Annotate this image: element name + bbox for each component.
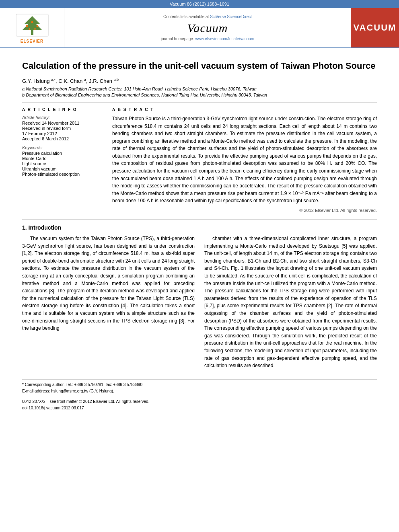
- journal-badge: VACUUM: [351, 8, 399, 47]
- sciverse-link[interactable]: SciVerse ScienceDirect: [210, 14, 252, 19]
- keywords-label: Keywords:: [22, 145, 103, 150]
- footer-bottom: 0042-207X/$ – see front matter © 2012 El…: [22, 399, 377, 412]
- received-revised-label: Received in revised form: [22, 126, 103, 131]
- abstract-col: A B S T R A C T Taiwan Photon Source is …: [112, 107, 377, 213]
- authors-line: G.Y. Hsiung a,*, C.K. Chan a, J.R. Chen …: [22, 78, 377, 84]
- elsevier-tree-icon: [14, 12, 50, 38]
- abstract-label: A B S T R A C T: [112, 107, 377, 112]
- keyword-1: Pressure calculation: [22, 151, 103, 156]
- divider-2: [22, 219, 377, 220]
- svg-point-4: [31, 21, 33, 23]
- keyword-4: Ultrahigh vacuum: [22, 166, 103, 171]
- revised-date: 17 February 2012: [22, 131, 103, 136]
- affiliation-a: a National Synchrotron Radiation Researc…: [22, 86, 377, 91]
- badge-title: VACUUM: [354, 23, 397, 33]
- article-info-label: A R T I C L E I N F O: [22, 107, 103, 112]
- body-columns: The vacuum system for the Taiwan Photon …: [22, 235, 377, 373]
- svg-point-5: [36, 25, 38, 27]
- keyword-5: Photon-stimulated desorption: [22, 172, 103, 177]
- footnote-corresponding: * Corresponding author. Tel.: +886 3 578…: [22, 382, 377, 388]
- intro-para-left: The vacuum system for the Taiwan Photon …: [22, 235, 195, 332]
- history-label: Article history:: [22, 115, 103, 120]
- svg-point-3: [26, 25, 28, 27]
- article-info-col: A R T I C L E I N F O Article history: R…: [22, 107, 103, 213]
- top-bar: Vacuum 86 (2012) 1688–1691: [0, 0, 399, 8]
- divider-1: [22, 102, 377, 103]
- journal-homepage: journal homepage: www.elsevier.com/locat…: [161, 37, 254, 41]
- main-content: Calculation of the pressure in the unit-…: [0, 48, 399, 420]
- svg-point-6: [29, 28, 30, 30]
- elsevier-wordmark: ELSEVIER: [21, 39, 43, 43]
- issn-line: 0042-207X/$ – see front matter © 2012 El…: [22, 399, 149, 412]
- copyright: © 2012 Elsevier Ltd. All rights reserved…: [112, 208, 377, 213]
- volume-info: Vacuum 86 (2012) 1688–1691: [170, 2, 229, 6]
- authors-text: G.Y. Hsiung a,*, C.K. Chan a, J.R. Chen …: [22, 78, 119, 84]
- journal-center: Contents lists available at SciVerse Sci…: [64, 8, 351, 47]
- sciverse-label: Contents lists available at SciVerse Sci…: [163, 14, 252, 19]
- article-title: Calculation of the pressure in the unit-…: [22, 60, 377, 72]
- received-date: Received 14 November 2011: [22, 121, 103, 125]
- body-col-right: chamber with a three-dimensional complic…: [204, 235, 377, 373]
- abstract-text: Taiwan Photon Source is a third-generati…: [112, 115, 377, 205]
- keyword-2: Monte-Carlo: [22, 156, 103, 161]
- elsevier-logo: ELSEVIER: [14, 12, 50, 43]
- publisher-logo: ELSEVIER: [0, 8, 64, 47]
- svg-rect-1: [31, 30, 33, 35]
- page: Vacuum 86 (2012) 1688–1691: [0, 0, 399, 532]
- doi-text: doi:10.1016/j.vacuum.2012.03.017: [22, 405, 149, 411]
- vacuum-badge: VACUUM: [354, 23, 397, 33]
- affiliation-b: b Department of Biomedical Engineering a…: [22, 92, 377, 97]
- accepted-date: Accepted 6 March 2012: [22, 136, 103, 141]
- intro-heading: 1. Introduction: [22, 224, 377, 231]
- intro-para-right: chamber with a three-dimensional complic…: [204, 235, 377, 370]
- body-col-left: The vacuum system for the Taiwan Photon …: [22, 235, 195, 373]
- info-abstract-section: A R T I C L E I N F O Article history: R…: [22, 107, 377, 213]
- footnote-email: E-mail address: hsiung@nsrrc.org.tw (G.Y…: [22, 388, 377, 394]
- issn-text: 0042-207X/$ – see front matter © 2012 El…: [22, 399, 149, 405]
- svg-point-7: [34, 28, 36, 30]
- keyword-3: Light source: [22, 161, 103, 166]
- journal-header: ELSEVIER Contents lists available at Sci…: [0, 8, 399, 48]
- footer-section: * Corresponding author. Tel.: +886 3 578…: [22, 379, 377, 394]
- journal-title: Vacuum: [187, 21, 228, 35]
